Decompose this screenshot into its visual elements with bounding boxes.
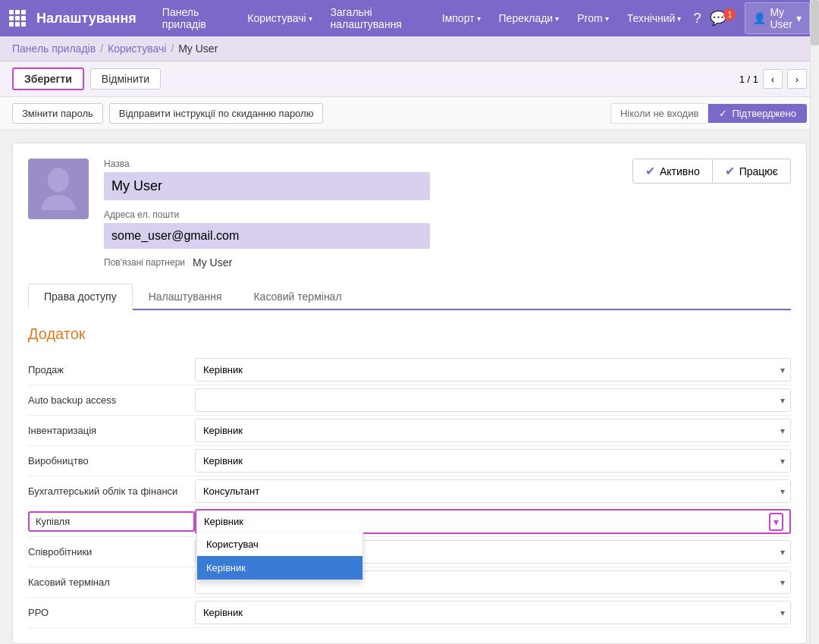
purchase-dropdown-popup: Користувач Керівник (196, 532, 363, 580)
perm-select-accounting: Консультант ▾ (195, 479, 791, 503)
dropdown-option-manager[interactable]: Керівник (197, 556, 362, 580)
perm-row-purchase: Купівля Керівник ▾ Користувач Керівник (28, 507, 791, 537)
confirmed-badge: ✓ Підтверджено (708, 104, 807, 123)
perm-label-production: Виробництво (28, 449, 195, 473)
nav-item-technical[interactable]: Технічний ▾ (621, 0, 688, 36)
nav-item-settings[interactable]: Загальні налаштування (325, 0, 430, 36)
tab-pos-terminal[interactable]: Касовий термінал (237, 284, 357, 310)
perm-row-autobackup: Auto backup access ▾ (28, 385, 791, 416)
breadcrumb-sep-2: / (171, 42, 174, 55)
nav-item-import[interactable]: Імпорт ▾ (436, 0, 487, 36)
perm-label-pos: Касовий термінал (28, 570, 195, 594)
pagination-prev[interactable]: ‹ (763, 69, 783, 89)
top-navigation: Налаштування Панель приладів Користувачі… (0, 0, 819, 36)
nav-item-dashboard[interactable]: Панель приладів (156, 0, 235, 36)
perm-label-employees: Співробітники (28, 540, 195, 564)
scrollbar-thumb[interactable] (811, 0, 819, 46)
nav-item-prom[interactable]: Prom ▾ (571, 0, 614, 36)
perm-row-accounting: Бухгалтерський облік та фінанси Консульт… (28, 476, 791, 507)
toolbar: Зберегти Відмінити 1 / 1 ‹ › (0, 61, 819, 97)
breadcrumb-sep-1: / (100, 42, 103, 55)
scrollbar[interactable] (810, 0, 819, 644)
perm-row-pos: Касовий термінал ▾ (28, 567, 791, 598)
perm-label-autobackup: Auto backup access (28, 388, 195, 412)
chevron-down-icon: ▾ (477, 14, 481, 23)
main-content: Назва Адреса ел. пошти Пов'язані партнер… (0, 130, 819, 644)
perm-row-sales: Продаж Керівник ▾ (28, 355, 791, 385)
check-icon: ✓ (719, 108, 727, 119)
user-profile: Назва Адреса ел. пошти Пов'язані партнер… (28, 159, 791, 269)
check-icon: ✔ (725, 164, 735, 178)
profile-info: Назва Адреса ел. пошти Пов'язані партнер… (104, 159, 617, 269)
messages-icon[interactable]: 💬 1 (710, 10, 736, 27)
name-label: Назва (104, 159, 617, 169)
svg-point-0 (48, 168, 69, 192)
breadcrumb: Панель приладів / Користувачі / My User (12, 42, 218, 55)
avatar-svg (39, 166, 77, 212)
perm-row-production: Виробництво Керівник ▾ (28, 446, 791, 476)
breadcrumb-dashboard[interactable]: Панель приладів (12, 42, 96, 55)
pagination-next[interactable]: › (787, 69, 807, 89)
perm-select-purchase: Керівник ▾ Користувач Керівник (195, 509, 791, 534)
perm-dropdown-inventory[interactable]: Керівник (195, 419, 791, 442)
perm-label-inventory: Інвентаризація (28, 419, 195, 442)
perm-label-rro: РРО (28, 601, 195, 624)
perm-select-inventory: Керівник ▾ (195, 419, 791, 442)
perm-select-sales: Керівник ▾ (195, 358, 791, 382)
perm-dropdown-accounting[interactable]: Консультант (195, 479, 791, 503)
brand-title: Налаштування (36, 11, 136, 27)
email-input[interactable] (104, 223, 430, 249)
perm-dropdown-autobackup[interactable] (195, 388, 791, 412)
perm-dropdown-purchase[interactable]: Керівник (196, 510, 789, 532)
check-icon: ✔ (645, 164, 655, 178)
dropdown-option-user[interactable]: Користувач (197, 532, 362, 556)
tab-access-rights[interactable]: Права доступу (28, 284, 133, 310)
email-label: Адреса ел. пошти (104, 209, 617, 220)
pagination: 1 / 1 ‹ › (739, 69, 807, 89)
chevron-down-icon: ▾ (796, 12, 802, 24)
perm-row-employees: Співробітники ▾ (28, 537, 791, 567)
pagination-text: 1 / 1 (739, 74, 758, 85)
perm-row-rro: РРО Керівник ▾ (28, 598, 791, 628)
breadcrumb-current: My User (178, 42, 218, 55)
login-status: Ніколи не входив (610, 103, 709, 124)
save-button[interactable]: Зберегти (12, 68, 84, 90)
perm-dropdown-rro[interactable]: Керівник (195, 601, 791, 624)
status-row: ✔ Активно ✔ Працює (632, 159, 791, 184)
perm-select-autobackup: ▾ (195, 388, 791, 412)
nav-item-users[interactable]: Користувачі ▾ (241, 0, 318, 36)
chevron-down-icon: ▾ (605, 14, 609, 23)
perm-label-sales: Продаж (28, 358, 195, 382)
action-bar: Змінити пароль Відправити інструкції по … (0, 97, 819, 130)
status-works-badge: ✔ Працює (713, 159, 791, 184)
chevron-down-icon: ▾ (309, 14, 312, 23)
permissions-table: Продаж Керівник ▾ Auto backup access (28, 355, 791, 628)
app-grid-icon[interactable] (9, 10, 26, 27)
perm-label-purchase: Купівля (28, 511, 195, 532)
perm-select-production: Керівник ▾ (195, 449, 791, 473)
notification-badge: 1 (723, 8, 736, 20)
breadcrumb-users[interactable]: Користувачі (108, 42, 166, 55)
user-menu-button[interactable]: 👤 My User ▾ (745, 2, 810, 34)
name-input[interactable] (104, 172, 430, 200)
top-nav-right: ? 💬 1 👤 My User ▾ (693, 2, 810, 34)
perm-dropdown-sales[interactable]: Керівник (195, 358, 791, 382)
avatar (28, 159, 89, 219)
status-active-badge: ✔ Активно (632, 159, 713, 184)
nav-item-translations[interactable]: Переклади ▾ (493, 0, 566, 36)
cancel-button[interactable]: Відмінити (90, 68, 161, 90)
perm-row-inventory: Інвентаризація Керівник ▾ (28, 416, 791, 446)
change-password-button[interactable]: Змінити пароль (12, 103, 103, 124)
perm-dropdown-production[interactable]: Керівник (195, 449, 791, 473)
partner-value: My User (193, 256, 232, 269)
tab-settings[interactable]: Налаштування (133, 284, 238, 310)
partner-label: Пов'язані партнери (104, 257, 185, 268)
tabs: Права доступу Налаштування Касовий термі… (28, 284, 791, 310)
send-reset-instructions-button[interactable]: Відправити інструкції по скиданню паролю (109, 103, 324, 124)
section-title: Додаток (28, 325, 791, 343)
help-icon[interactable]: ? (693, 11, 701, 27)
user-card: Назва Адреса ел. пошти Пов'язані партнер… (12, 143, 807, 644)
chevron-down-icon: ▾ (677, 14, 681, 23)
perm-select-rro: Керівник ▾ (195, 601, 791, 624)
user-icon: 👤 (753, 12, 766, 24)
